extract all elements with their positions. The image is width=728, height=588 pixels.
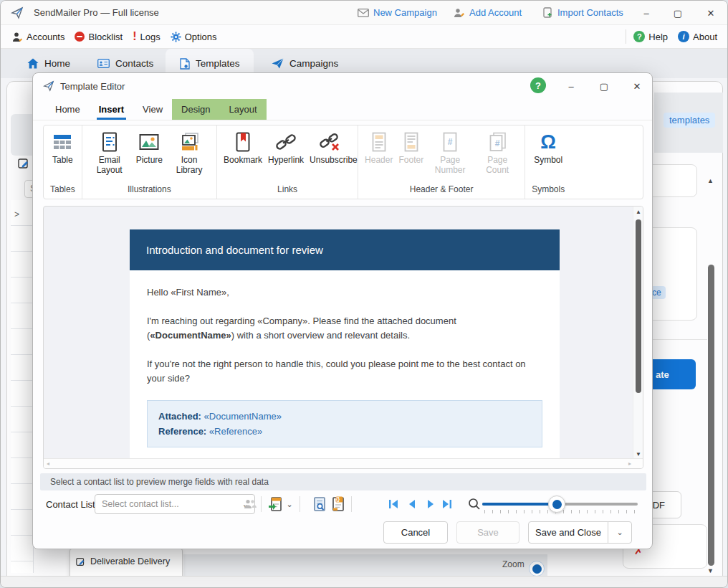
hyperlink-icon bbox=[274, 131, 298, 153]
blocklist-menu-item[interactable]: Blocklist bbox=[75, 32, 123, 42]
new-campaign-button[interactable]: New Campaign bbox=[358, 7, 437, 18]
edit-pencil-icon bbox=[18, 158, 29, 172]
scrollbar-thumb[interactable] bbox=[636, 219, 641, 393]
window-close-button[interactable]: ✕ bbox=[699, 4, 723, 22]
logs-exclamation-icon: ! bbox=[133, 30, 136, 43]
app-menubar: Accounts Blocklist ! Logs Options ? Help… bbox=[1, 25, 728, 49]
email-body: Hello «First Name», I'm reaching out reg… bbox=[130, 270, 560, 460]
bookmark-button[interactable]: Bookmark bbox=[221, 131, 265, 165]
window-maximize-button[interactable]: ▢ bbox=[666, 4, 690, 22]
contact-group-button bbox=[242, 495, 258, 513]
save-button[interactable]: Save bbox=[456, 521, 519, 544]
help-icon: ? bbox=[633, 31, 645, 42]
bg-scrollbar-thumb[interactable] bbox=[708, 265, 714, 566]
merge-preview-status: Select a contact list to preview merge f… bbox=[40, 473, 646, 490]
ribbon-tab-design[interactable]: Design bbox=[172, 99, 219, 120]
bg-scroll-up-icon[interactable]: ▲ bbox=[707, 177, 714, 184]
email-layout-button[interactable]: Email Layout bbox=[86, 131, 133, 175]
paragraph: Hello «First Name», bbox=[147, 285, 542, 300]
contextual-tab-group: Design Layout bbox=[172, 99, 267, 120]
ribbon-tab-layout[interactable]: Layout bbox=[220, 99, 267, 120]
footer-icon bbox=[399, 131, 423, 153]
picture-icon bbox=[137, 131, 161, 153]
contact-list-input[interactable] bbox=[95, 498, 242, 510]
list-item[interactable]: Deliverable Delivery bbox=[70, 552, 182, 571]
bg-row-expander[interactable]: > bbox=[14, 209, 19, 219]
scroll-down-icon[interactable]: ▼ bbox=[633, 451, 643, 457]
header-button: Header bbox=[362, 131, 396, 165]
people-icon bbox=[243, 498, 257, 510]
templates-count-link[interactable]: templates bbox=[664, 113, 715, 128]
paragraph: I'm reaching out regarding «Company». Pl… bbox=[147, 314, 542, 343]
ribbon-tab-view[interactable]: View bbox=[133, 99, 172, 120]
save-and-close-button[interactable]: Save and Close bbox=[528, 521, 608, 544]
contact-list-combobox[interactable]: ⌄ bbox=[95, 494, 255, 514]
nav-first-button[interactable] bbox=[385, 495, 401, 513]
highlight-merge-fields-button[interactable]: {} bbox=[330, 495, 347, 513]
add-account-button[interactable]: Add Account bbox=[454, 7, 522, 18]
gear-icon bbox=[171, 32, 181, 42]
ribbon-tabbar: Home Insert View Design Layout bbox=[33, 99, 652, 120]
ribbon-group-tables: Table Tables bbox=[44, 125, 82, 199]
dialog-help-button[interactable]: ? bbox=[530, 77, 546, 93]
ribbon-tab-insert[interactable]: Insert bbox=[90, 99, 133, 120]
insert-merge-field-button[interactable] bbox=[267, 495, 284, 513]
nav-next-button[interactable] bbox=[423, 495, 438, 513]
merge-field-dropdown[interactable]: ⌄ bbox=[284, 495, 295, 513]
toolbar-divider bbox=[351, 496, 352, 512]
dialog-minimize-button[interactable]: – bbox=[560, 77, 583, 95]
options-menu-item[interactable]: Options bbox=[171, 32, 217, 42]
ribbon-group-header-footer: Header Footer # Page Number bbox=[358, 125, 525, 199]
save-options-dropdown[interactable]: ⌄ bbox=[608, 521, 632, 544]
toolbar-divider bbox=[300, 496, 300, 512]
icon-library-icon bbox=[177, 131, 201, 153]
cancel-button[interactable]: Cancel bbox=[383, 521, 448, 544]
preview-horizontal-scrollbar[interactable]: ◂ ▸ bbox=[44, 458, 643, 468]
unsubscribe-button[interactable]: Unsubscribe bbox=[307, 131, 354, 165]
zoom-magnifier-icon bbox=[466, 495, 482, 513]
about-menu-item[interactable]: i About bbox=[678, 31, 717, 42]
app-bottom-strip bbox=[1, 576, 728, 588]
bg-scroll-down-icon[interactable]: ▼ bbox=[707, 567, 714, 574]
ribbon-group-label: Links bbox=[221, 184, 354, 199]
ribbon-tab-home[interactable]: Home bbox=[46, 99, 90, 120]
symbol-button[interactable]: Ω Symbol bbox=[531, 131, 565, 165]
ribbon-group-links: Bookmark Hyperlink Unsubscribe bbox=[217, 125, 358, 199]
dialog-close-button[interactable]: ✕ bbox=[626, 77, 648, 95]
window-minimize-button[interactable]: – bbox=[634, 4, 658, 22]
bg-zoom-slider-thumb[interactable] bbox=[529, 561, 545, 577]
accounts-menu-item[interactable]: Accounts bbox=[12, 32, 64, 42]
picture-button[interactable]: Picture bbox=[133, 131, 166, 165]
template-preview-canvas[interactable]: Introduction and document for review Hel… bbox=[43, 206, 643, 469]
chevron-down-icon: ⌄ bbox=[286, 500, 292, 509]
template-editor-dialog: Template Editor ? – ▢ ✕ Home Insert View… bbox=[32, 72, 653, 549]
email-layout-icon bbox=[97, 131, 122, 153]
dialog-footer: Cancel Save Save and Close ⌄ bbox=[33, 519, 653, 550]
icon-library-button[interactable]: Icon Library bbox=[166, 131, 213, 175]
scroll-left-icon[interactable]: ◂ bbox=[47, 460, 49, 467]
contact-card-icon bbox=[97, 59, 110, 68]
nav-prev-button[interactable] bbox=[404, 495, 418, 513]
header-icon bbox=[367, 131, 391, 153]
bg-status-strip bbox=[183, 554, 547, 577]
logs-menu-item[interactable]: ! Logs bbox=[133, 30, 161, 43]
hyperlink-button[interactable]: Hyperlink bbox=[265, 131, 307, 165]
table-icon bbox=[50, 131, 75, 153]
ribbon-group-label: Header & Footer bbox=[362, 184, 521, 199]
scroll-up-icon[interactable]: ▲ bbox=[633, 209, 643, 215]
preview-vertical-scrollbar[interactable]: ▲ ▼ bbox=[633, 207, 643, 460]
page-count-icon: # bbox=[485, 131, 509, 153]
preview-results-button[interactable] bbox=[311, 495, 328, 513]
nav-last-button[interactable] bbox=[439, 495, 455, 513]
import-contacts-button[interactable]: Import Contacts bbox=[543, 7, 623, 18]
table-button[interactable]: Table bbox=[47, 131, 77, 165]
preview-results-icon bbox=[312, 496, 327, 512]
braces-glyph: {} bbox=[336, 496, 340, 501]
ribbon-group-label: Tables bbox=[47, 184, 78, 199]
accounts-person-icon bbox=[12, 32, 23, 42]
help-menu-item[interactable]: ? Help bbox=[633, 31, 668, 42]
scroll-right-icon[interactable]: ▸ bbox=[628, 460, 631, 467]
dialog-maximize-button[interactable]: ▢ bbox=[593, 77, 616, 95]
zoom-slider-thumb[interactable] bbox=[548, 495, 565, 513]
dialog-title: Template Editor bbox=[60, 81, 125, 92]
